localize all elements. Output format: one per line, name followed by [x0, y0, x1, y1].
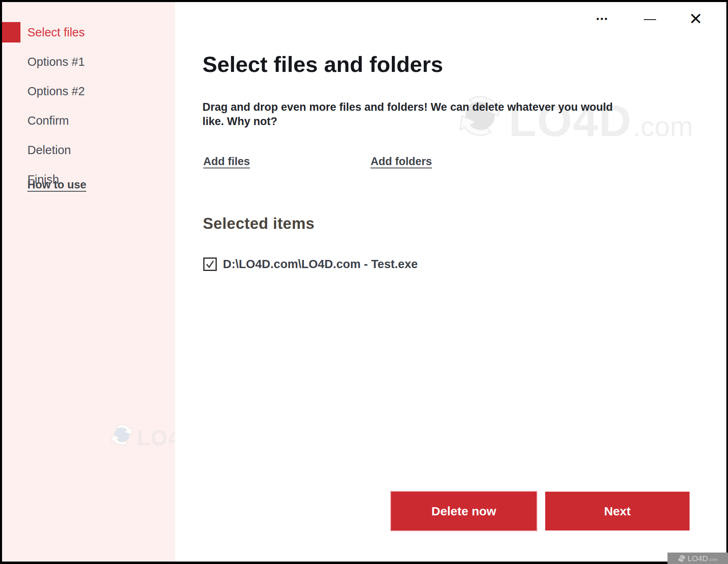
sidebar-item-select-files[interactable]: Select files	[2, 18, 175, 47]
sidebar-item-label: Finish	[27, 173, 59, 186]
page-title: Select files and folders	[202, 51, 443, 77]
sidebar-item-deletion[interactable]: Deletion	[2, 135, 175, 165]
sidebar-item-label: Deletion	[27, 143, 71, 157]
sidebar-item-label: Options #1	[27, 55, 85, 69]
badge-brand: LO4D	[688, 555, 708, 562]
selected-item-row: D:\LO4D.com\LO4D.com - Test.exe	[203, 257, 418, 271]
menu-dots-icon[interactable]: •••	[592, 9, 613, 28]
wizard-step-nav: How to use Select files Options #1 Optio…	[2, 18, 175, 194]
minimize-icon[interactable]: —	[640, 9, 660, 28]
sidebar-item-label: Confirm	[27, 114, 69, 128]
sidebar-item-options-2[interactable]: Options #2	[2, 76, 175, 106]
badge-suffix: .com	[708, 557, 718, 562]
watermark-suffix: .com	[633, 114, 693, 139]
app-window: How to use Select files Options #1 Optio…	[0, 0, 728, 564]
sidebar-item-label: Options #2	[27, 85, 85, 98]
sidebar-item-confirm[interactable]: Confirm	[2, 106, 175, 135]
description-line: Drag and drop even more files and folder…	[202, 100, 613, 114]
sidebar-item-options-1[interactable]: Options #1	[2, 47, 175, 76]
next-button[interactable]: Next	[545, 492, 690, 530]
page-description: Drag and drop even more files and folder…	[202, 100, 613, 129]
checkmark-icon	[205, 259, 215, 269]
main-content: LO4D .com ••• — ✕ Select files and folde…	[175, 2, 726, 562]
add-folders-link[interactable]: Add folders	[371, 154, 432, 168]
lo4d-badge: LO4D .com	[667, 553, 728, 564]
sidebar: How to use Select files Options #1 Optio…	[2, 2, 175, 562]
selected-item-path: D:\LO4D.com\LO4D.com - Test.exe	[223, 257, 418, 271]
delete-now-button[interactable]: Delete now	[391, 492, 537, 530]
close-icon[interactable]: ✕	[685, 9, 706, 28]
description-line: like. Why not?	[202, 114, 613, 129]
lo4d-swirl-icon	[678, 554, 686, 562]
item-checkbox[interactable]	[203, 257, 217, 271]
sidebar-item-finish[interactable]: Finish	[2, 165, 175, 194]
window-controls: ••• — ✕	[592, 9, 706, 28]
selected-items-heading: Selected items	[203, 214, 315, 233]
add-files-link[interactable]: Add files	[203, 154, 250, 168]
sidebar-item-label: Select files	[27, 26, 85, 39]
